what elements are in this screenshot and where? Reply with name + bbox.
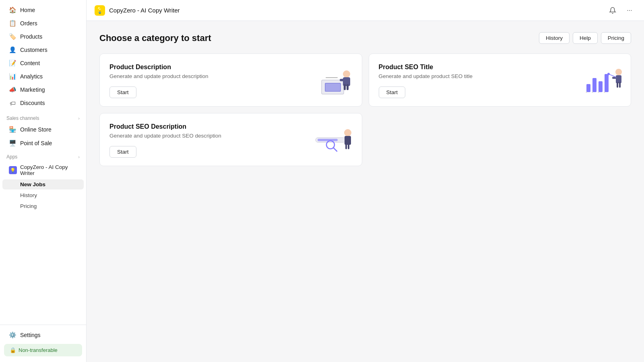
topbar-title: CopyZero - AI Copy Writer — [109, 7, 180, 14]
content-icon: 📝 — [9, 60, 16, 67]
page-title: Choose a category to start — [99, 33, 211, 43]
chevron-right-icon: › — [78, 116, 80, 121]
pricing-label: Pricing — [20, 203, 37, 209]
sales-channels-section: Sales channels › — [0, 111, 86, 123]
non-transferable-badge[interactable]: 🔒 Non-transferable — [4, 344, 82, 356]
content-header: Choose a category to start History Help … — [99, 32, 631, 44]
header-buttons: History Help Pricing — [539, 32, 631, 44]
svg-rect-14 — [616, 75, 621, 83]
app-item-label: CopyZero - AI Copy Writer — [20, 164, 77, 176]
svg-rect-7 — [344, 84, 346, 90]
point-of-sale-icon: 🖥️ — [9, 140, 16, 147]
sidebar-item-content[interactable]: 📝 Content — [2, 57, 84, 70]
analytics-icon: 📊 — [9, 73, 16, 80]
svg-rect-2 — [326, 84, 340, 91]
pricing-button[interactable]: Pricing — [601, 32, 631, 44]
card-product-seo-description: Product SEO Description Generate and upd… — [99, 113, 362, 166]
start-button-product-seo-title[interactable]: Start — [379, 86, 406, 98]
sidebar-item-pricing[interactable]: Pricing — [2, 201, 84, 211]
illustration-search — [314, 121, 354, 158]
sidebar-item-history[interactable]: History — [2, 190, 84, 200]
sidebar-item-label: Products — [20, 33, 42, 40]
svg-line-18 — [609, 74, 616, 77]
svg-rect-8 — [326, 77, 338, 78]
orders-icon: 📋 — [9, 20, 16, 27]
svg-point-21 — [592, 92, 593, 93]
customers-icon: 👤 — [9, 46, 16, 53]
svg-rect-5 — [340, 79, 345, 81]
sidebar-item-marketing[interactable]: 📣 Marketing — [2, 83, 84, 96]
svg-rect-30 — [348, 144, 349, 149]
svg-rect-31 — [345, 144, 347, 149]
sidebar-item-orders[interactable]: 📋 Orders — [2, 17, 84, 30]
sidebar-item-products[interactable]: 🏷️ Products — [2, 30, 84, 43]
sidebar-item-copyzero[interactable]: 💡 CopyZero - AI Copy Writer — [2, 162, 84, 179]
sidebar-item-label: Orders — [20, 20, 37, 27]
content-area: Choose a category to start History Help … — [87, 21, 644, 362]
help-button[interactable]: Help — [573, 32, 598, 44]
topbar: 💡 CopyZero - AI Copy Writer ··· — [87, 0, 644, 21]
sidebar-item-home[interactable]: 🏠 Home — [2, 4, 84, 16]
sidebar-item-label: Online Store — [20, 126, 52, 133]
sidebar-item-label: Marketing — [20, 86, 45, 93]
sidebar-item-label: Home — [20, 7, 35, 13]
svg-rect-17 — [619, 82, 621, 88]
home-icon: 🏠 — [9, 6, 16, 14]
online-store-icon: 🏪 — [9, 126, 16, 133]
settings-icon: ⚙️ — [9, 331, 16, 339]
svg-rect-25 — [318, 139, 338, 141]
sidebar-item-label: Customers — [20, 47, 47, 53]
svg-rect-6 — [347, 84, 349, 90]
svg-rect-10 — [592, 78, 597, 92]
copyzero-app-icon: 💡 — [9, 166, 17, 174]
svg-rect-9 — [586, 84, 590, 92]
svg-rect-12 — [605, 74, 609, 92]
history-button[interactable]: History — [539, 32, 570, 44]
svg-point-19 — [607, 73, 610, 75]
sidebar-item-new-jobs[interactable]: New Jobs — [2, 179, 84, 189]
sidebar-item-label: Point of Sale — [20, 140, 52, 146]
sidebar-item-settings[interactable]: ⚙️ Settings — [2, 329, 84, 341]
chevron-right-icon: › — [78, 154, 80, 159]
sidebar-item-point-of-sale[interactable]: 🖥️ Point of Sale — [2, 137, 84, 150]
sidebar-item-label: Discounts — [20, 100, 45, 106]
main-area: 💡 CopyZero - AI Copy Writer ··· Choose a… — [87, 0, 644, 362]
svg-point-20 — [586, 92, 587, 93]
svg-point-28 — [344, 129, 351, 136]
start-button-product-description[interactable]: Start — [109, 86, 136, 98]
svg-point-23 — [604, 92, 605, 93]
illustration-desk — [314, 62, 354, 98]
svg-rect-16 — [617, 82, 618, 88]
sidebar-nav: 🏠 Home 📋 Orders 🏷️ Products 👤 Customers … — [0, 0, 86, 111]
non-transferable-label: Non-transferable — [19, 347, 58, 353]
more-options-icon[interactable]: ··· — [623, 4, 636, 17]
svg-rect-29 — [345, 136, 351, 145]
app-icon: 💡 — [95, 5, 105, 16]
sidebar-bottom: ⚙️ Settings 🔒 Non-transferable — [0, 325, 86, 362]
svg-point-22 — [598, 92, 599, 93]
svg-line-27 — [333, 148, 337, 151]
sidebar-item-label: Content — [20, 60, 40, 66]
topbar-actions: ··· — [606, 4, 636, 17]
sidebar-item-discounts[interactable]: 🏷 Discounts — [2, 97, 84, 109]
svg-point-13 — [615, 69, 622, 75]
cards-grid: Product Description Generate and update … — [99, 53, 631, 166]
illustration-chart — [582, 62, 623, 98]
discounts-icon: 🏷 — [9, 99, 16, 107]
sidebar-item-analytics[interactable]: 📊 Analytics — [2, 70, 84, 83]
products-icon: 🏷️ — [9, 33, 16, 40]
apps-section: Apps › — [0, 150, 86, 161]
start-button-product-seo-description[interactable]: Start — [109, 146, 136, 158]
card-product-seo-title: Product SEO Title Generate and update pr… — [369, 53, 632, 107]
notification-icon[interactable] — [606, 4, 619, 17]
settings-label: Settings — [20, 332, 41, 338]
sidebar-item-customers[interactable]: 👤 Customers — [2, 43, 84, 56]
history-label: History — [20, 192, 37, 198]
non-transferable-icon: 🔒 — [10, 347, 16, 353]
svg-point-3 — [343, 70, 350, 78]
svg-rect-11 — [599, 81, 603, 92]
sidebar: 🏠 Home 📋 Orders 🏷️ Products 👤 Customers … — [0, 0, 87, 362]
sidebar-item-online-store[interactable]: 🏪 Online Store — [2, 123, 84, 136]
marketing-icon: 📣 — [9, 86, 16, 93]
sidebar-item-label: Analytics — [20, 73, 43, 80]
